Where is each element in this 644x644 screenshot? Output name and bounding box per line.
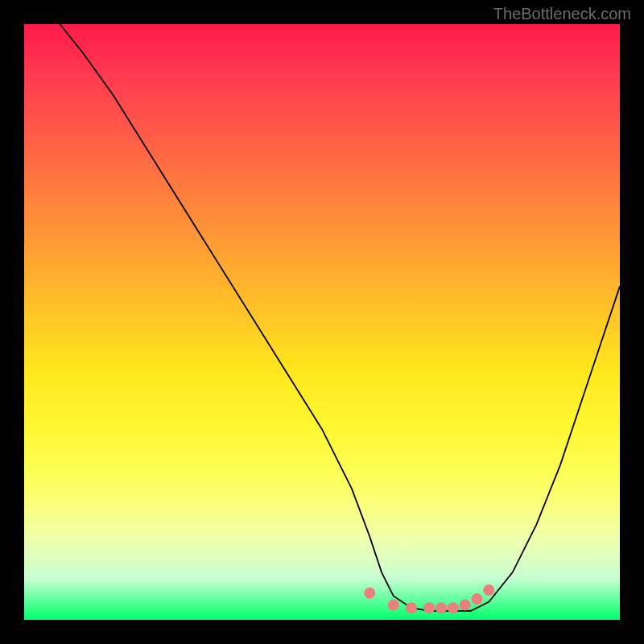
highlight-dot	[388, 600, 399, 611]
highlight-dot	[423, 602, 435, 613]
bottleneck-curve	[60, 24, 620, 611]
highlight-dot	[364, 588, 375, 599]
chart-plot-area	[24, 24, 620, 620]
highlight-dot	[448, 602, 459, 613]
highlight-dot	[406, 602, 417, 613]
highlight-dot	[483, 584, 494, 596]
highlight-dot	[460, 600, 471, 611]
watermark-text: TheBottleneck.com	[493, 5, 631, 23]
chart-svg	[24, 24, 620, 620]
highlight-dot	[471, 593, 482, 605]
highlight-dot	[436, 602, 447, 613]
